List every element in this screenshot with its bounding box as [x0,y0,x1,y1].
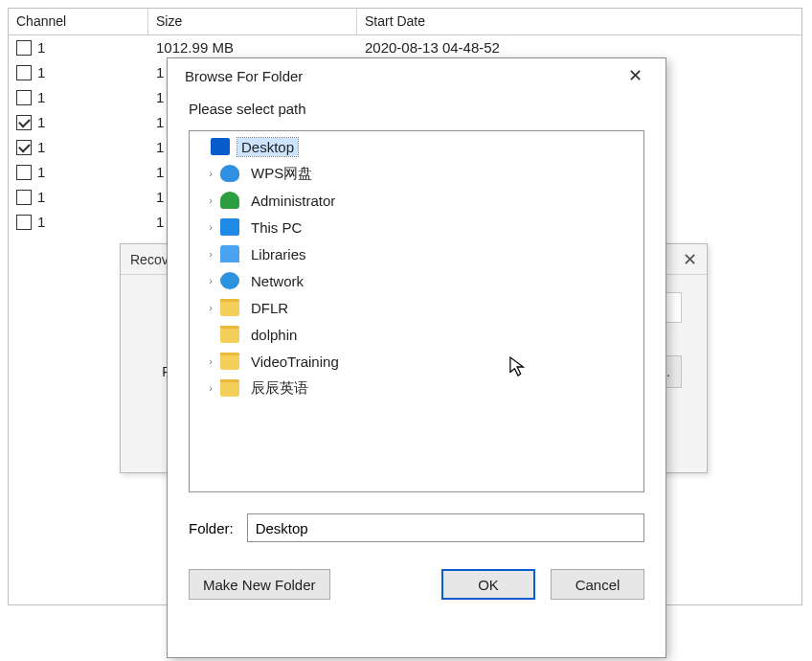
tree-node[interactable]: ›辰辰英语 [190,375,643,401]
bff-instruction: Please select path [168,93,665,130]
chevron-right-icon[interactable]: › [205,382,216,394]
tree-node[interactable]: ›Administrator [190,187,643,214]
cancel-button[interactable]: Cancel [551,569,644,600]
row-checkbox[interactable] [16,165,32,180]
bff-titlebar: Browse For Folder ✕ [168,58,665,93]
table-row-channel: 1 [9,135,148,160]
col-header-size[interactable]: Size [148,9,357,34]
row-checkbox[interactable] [16,140,32,155]
tree-node-label: 辰辰英语 [247,378,312,399]
table-row-channel: 1 [9,110,148,135]
row-checkbox[interactable] [16,115,32,130]
net-icon [220,272,239,289]
tree-node-label: Libraries [247,245,310,263]
user-icon [220,192,239,209]
tree-node[interactable]: dolphin [190,321,643,348]
tree-node-label: Desktop [237,138,298,156]
folder-icon [220,326,239,343]
folder-icon [220,379,239,397]
bff-title: Browse For Folder [185,68,303,84]
lib-icon [220,245,239,262]
channel-value: 1 [37,35,45,60]
channel-value: 1 [37,185,45,210]
row-checkbox[interactable] [16,215,32,230]
channel-value: 1 [37,160,45,185]
row-checkbox[interactable] [16,40,32,56]
folder-icon [220,353,239,370]
tree-node-label: DFLR [247,299,292,317]
col-header-channel[interactable]: Channel [9,9,148,34]
row-checkbox[interactable] [16,90,32,105]
folder-input[interactable] [247,513,644,542]
channel-value: 1 [37,110,45,135]
browse-for-folder-dialog: Browse For Folder ✕ Please select path D… [167,57,666,658]
tree-node[interactable]: ›Network [190,267,643,294]
channel-value: 1 [37,135,45,160]
chevron-right-icon[interactable]: › [205,248,216,260]
channel-value: 1 [37,60,45,85]
desktop-icon [211,138,230,155]
folder-label: Folder: [189,520,234,536]
cloud-icon [220,165,239,182]
pc-icon [220,218,239,236]
tree-node[interactable]: Desktop [190,133,643,160]
close-icon[interactable]: ✕ [683,249,697,270]
tree-node[interactable]: ›DFLR [190,294,643,321]
tree-node[interactable]: ›VideoTraining [190,348,643,375]
table-row-channel: 1 [9,185,148,210]
tree-node[interactable]: ›This PC [190,214,643,240]
tree-node-label: This PC [247,218,305,237]
folder-tree[interactable]: Desktop›WPS网盘›Administrator›This PC›Libr… [189,130,644,492]
table-row-channel: 1 [9,85,148,110]
table-header: Channel Size Start Date [9,9,801,35]
chevron-right-icon[interactable]: › [205,302,216,313]
recovery-title-text: Recov [130,252,169,267]
tree-node-label: WPS网盘 [247,164,316,184]
table-row-channel: 1 [9,35,148,60]
table-row-channel: 1 [9,210,148,235]
tree-node-label: Network [247,272,307,290]
close-icon[interactable]: ✕ [618,63,652,88]
channel-value: 1 [37,85,45,110]
chevron-right-icon[interactable]: › [205,194,216,206]
folder-icon [220,299,239,316]
folder-input-row: Folder: [189,513,644,542]
channel-value: 1 [37,210,45,235]
chevron-right-icon[interactable]: › [205,168,216,179]
chevron-right-icon[interactable]: › [205,355,216,367]
table-row-channel: 1 [9,160,148,185]
bff-button-row: Make New Folder OK Cancel [189,569,644,600]
tree-node[interactable]: ›WPS网盘 [190,160,643,187]
make-new-folder-button[interactable]: Make New Folder [189,569,330,600]
table-row-channel: 1 [9,60,148,85]
ok-button[interactable]: OK [441,569,535,600]
tree-node-label: VideoTraining [247,353,343,371]
tree-node[interactable]: ›Libraries [190,240,643,267]
tree-node-label: Administrator [247,192,339,210]
row-checkbox[interactable] [16,65,32,80]
row-checkbox[interactable] [16,190,32,205]
tree-node-label: dolphin [247,326,301,344]
chevron-right-icon[interactable]: › [205,221,216,233]
col-header-startdate[interactable]: Start Date [357,9,801,34]
chevron-right-icon[interactable]: › [205,275,216,286]
